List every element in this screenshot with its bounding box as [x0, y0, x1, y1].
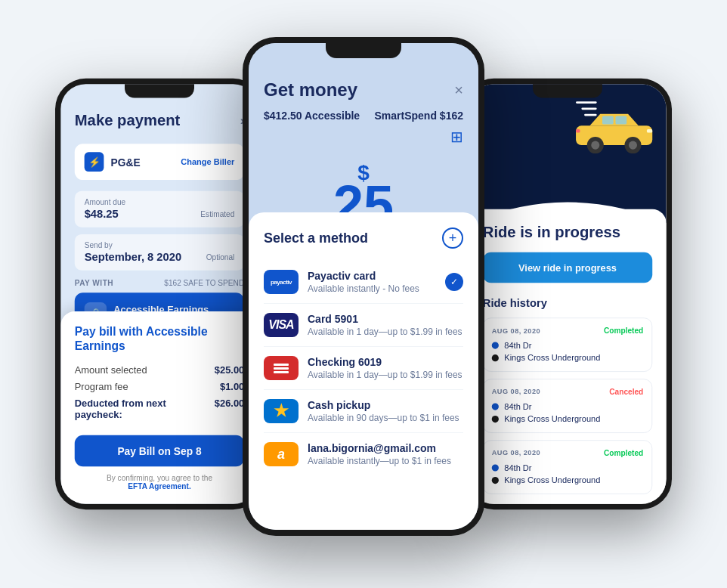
method-sub-checking: Available in 1 day—up to $1.99 in fees: [308, 370, 463, 380]
send-by-row: Send by September, 8 2020 Optional: [75, 234, 244, 271]
screen-center: Get money × $412.50 Accessible SmartSpen…: [249, 43, 478, 530]
sheet-header: Select a method +: [264, 227, 463, 249]
visa-logo: VISA: [264, 313, 299, 337]
phone-center: Get money × $412.50 Accessible SmartSpen…: [243, 37, 484, 536]
method-sub-amazon: Available instantly—up to $1 in fees: [308, 456, 463, 466]
pay-bill-button[interactable]: Pay Bill on Sep 8: [75, 435, 244, 466]
route-from-1: 84th Dr: [492, 341, 644, 351]
amount-selected-label: Amount selected: [75, 364, 147, 376]
amount-due-value: $48.25: [85, 208, 119, 221]
method-info-checking: Checking 6019 Available in 1 day—up to $…: [308, 356, 463, 380]
dot-from-2: [492, 403, 499, 410]
phones-container: Make payment › ⚡ PG&E Change Biller Amou…: [23, 22, 704, 566]
method-payactiv[interactable]: payactiv Payactiv card Available instant…: [264, 261, 463, 304]
add-method-button[interactable]: +: [442, 227, 463, 249]
method-amazon[interactable]: a lana.bigornia@gmail.com Available inst…: [264, 433, 463, 475]
close-button[interactable]: ×: [454, 82, 463, 99]
get-money-title: Get money: [264, 79, 357, 101]
ride-date-2: AUG 08, 2020: [492, 388, 540, 396]
send-by-value: September, 8 2020: [85, 251, 181, 264]
efta-link[interactable]: EFTA Agreement.: [128, 481, 190, 490]
ride-status-title: Ride is in progress: [483, 223, 652, 241]
make-payment-header: Make payment ›: [75, 112, 244, 130]
program-fee-label: Program fee: [75, 381, 128, 392]
balance-accessible: $412.50 Accessible: [264, 110, 360, 122]
method-name-checking: Checking 6019: [308, 356, 463, 368]
sheet-title: Select a method: [264, 231, 368, 246]
method-name-payactiv: Payactiv card: [308, 270, 445, 282]
ride-card-header-2: AUG 08, 2020 Canceled: [492, 388, 644, 396]
estimated-label: Estimated: [200, 210, 234, 218]
dot-from-1: [492, 342, 499, 348]
ride-status-3: Completed: [604, 449, 643, 457]
view-ride-button[interactable]: View ride in progress: [483, 252, 652, 283]
ride-card-header-1: AUG 08, 2020 Completed: [492, 326, 644, 335]
make-payment-title: Make payment: [75, 112, 180, 130]
amazon-logo: a: [264, 442, 299, 466]
balance-smartspend: SmartSpend $162: [375, 110, 464, 122]
ride-route-2: 84th Dr Kings Cross Underground: [492, 402, 644, 424]
notch-right: [533, 84, 602, 97]
balance-row: $412.50 Accessible SmartSpend $162: [264, 110, 463, 122]
dot-to-3: [492, 477, 499, 484]
svg-rect-0: [576, 125, 652, 145]
ride-status-1: Completed: [604, 326, 643, 335]
ride-date-1: AUG 08, 2020: [492, 326, 540, 335]
dot-to-1: [492, 354, 499, 361]
dot-from-3: [492, 464, 499, 471]
walmart-logo: ★: [264, 399, 299, 423]
method-sub-visa: Available in 1 day—up to $1.99 in fees: [308, 326, 463, 337]
ride-route-3: 84th Dr Kings Cross Underground: [492, 463, 644, 485]
ride-route-1: 84th Dr Kings Cross Underground: [492, 341, 644, 363]
deducted-label: Deducted from next paycheck:: [75, 398, 215, 419]
amount-due-label: Amount due: [85, 198, 235, 206]
car-image: [569, 101, 660, 156]
route-from-3: 84th Dr: [492, 463, 644, 473]
method-sub-cash: Available in 90 days—up to $1 in fees: [308, 413, 463, 423]
phone-right: Ride is in progress View ride in progres…: [463, 79, 672, 509]
method-name-visa: Card 5901: [308, 313, 463, 325]
deducted-row: Deducted from next paycheck: $26.00: [75, 398, 244, 419]
method-check-payactiv: ✓: [445, 273, 463, 291]
pay-bill-title: Pay bill with Accessible Earnings: [75, 325, 244, 353]
amount-selected-value: $25.00: [215, 364, 244, 376]
ride-card-3: AUG 08, 2020 Completed 84th Dr Kings Cro…: [483, 440, 652, 494]
method-checking[interactable]: Checking 6019 Available in 1 day—up to $…: [264, 347, 463, 390]
method-cash-pickup[interactable]: ★ Cash pickup Available in 90 days—up to…: [264, 390, 463, 433]
payactiv-logo: payactiv: [264, 270, 299, 294]
method-info-payactiv: Payactiv card Available instantly - No f…: [308, 270, 445, 294]
method-info-visa: Card 5901 Available in 1 day—up to $1.99…: [308, 313, 463, 337]
route-to-1: Kings Cross Underground: [492, 353, 644, 363]
ride-history-title: Ride history: [483, 297, 652, 310]
phone-left: Make payment › ⚡ PG&E Change Biller Amou…: [55, 79, 264, 509]
select-method-sheet: Select a method + payactiv Payactiv card…: [249, 212, 478, 530]
amount-due-row: Amount due $48.25 Estimated: [75, 191, 244, 227]
svg-point-6: [629, 141, 637, 150]
svg-point-4: [591, 141, 599, 150]
notch-left: [125, 84, 194, 97]
get-money-header: Get money ×: [264, 79, 463, 101]
biller-row[interactable]: ⚡ PG&E Change Biller: [75, 144, 244, 180]
program-fee-row: Program fee $1.00: [75, 381, 244, 392]
safe-to-spend: $162 SAFE TO SPEND: [164, 279, 244, 287]
ride-hero-bg: [469, 84, 666, 223]
ride-status-2: Canceled: [609, 388, 643, 396]
grid-icon[interactable]: ⊞: [264, 128, 463, 146]
svg-rect-1: [602, 116, 614, 124]
program-fee-value: $1.00: [220, 381, 244, 392]
right-white-content: Ride is in progress View ride in progres…: [469, 209, 666, 504]
method-visa[interactable]: VISA Card 5901 Available in 1 day—up to …: [264, 304, 463, 347]
method-name-amazon: lana.bigornia@gmail.com: [308, 442, 463, 454]
left-content: Make payment › ⚡ PG&E Change Biller Amou…: [60, 84, 258, 504]
route-to-3: Kings Cross Underground: [492, 475, 644, 485]
notch-center: [326, 43, 401, 58]
ride-date-3: AUG 08, 2020: [492, 449, 540, 457]
optional-label: Optional: [206, 253, 235, 262]
send-by-label: Send by: [85, 241, 235, 249]
route-to-2: Kings Cross Underground: [492, 414, 644, 424]
deducted-value: $26.00: [215, 398, 244, 419]
biller-name: PG&E: [111, 156, 181, 168]
svg-rect-8: [576, 129, 580, 133]
change-biller-link[interactable]: Change Biller: [181, 157, 234, 167]
biller-icon: ⚡: [85, 152, 104, 172]
